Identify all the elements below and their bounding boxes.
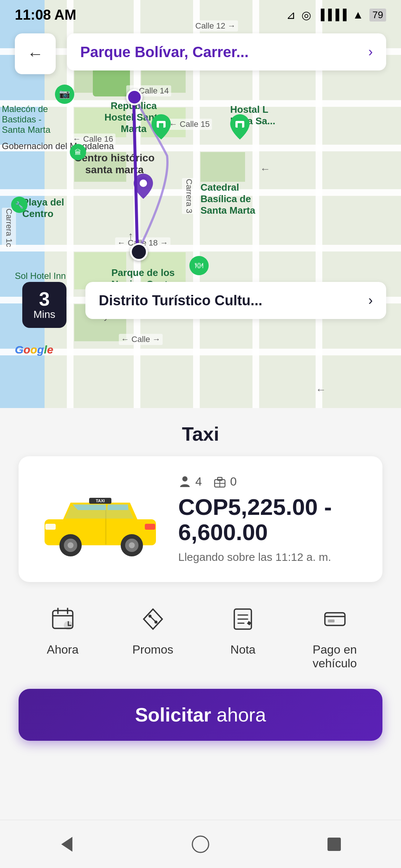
road-h7 [0,349,401,355]
luggage-info: 0 [213,475,237,489]
action-ahora[interactable]: Ahora [44,601,81,670]
origin-pin [126,89,143,105]
alarm-icon: ◎ [301,9,311,22]
ahora-label: Ahora [47,643,78,657]
wifi-icon: ▲ [352,9,363,21]
destination-pin [130,243,148,261]
request-normal-text: ahora [211,704,266,726]
request-button[interactable]: Solicitar ahora [19,689,382,741]
request-text: Solicitar ahora [135,704,266,726]
svg-rect-5 [238,123,242,128]
signal-icon: ▐▐▐▐ [317,9,346,21]
nav-recents-icon [323,833,345,855]
arrow-up: ↑ [128,230,133,242]
taxi-card: TAXI 4 [19,456,382,582]
svg-point-21 [68,542,74,548]
nav-recents-button[interactable] [316,826,353,863]
svg-rect-27 [45,524,56,530]
eta-bubble: 3 Mins [22,282,66,328]
park-area [93,67,130,96]
svg-rect-48 [325,613,345,625]
taxi-info: 4 0 COP5,225.00 - 6,600.00 [178,475,364,563]
green-pin-playa: 🔧 [11,197,27,214]
action-nota[interactable]: Nota [224,601,261,670]
green-pin-hostel2 [230,114,250,141]
arrow-left4: ← [316,384,326,396]
nav-back-button[interactable] [48,826,85,863]
eta-minutes: 3 [33,289,55,309]
map-label-playa: Playa delCentro [22,197,64,220]
block6 [200,152,245,182]
map-label-calle15: ← Calle 15 [167,119,212,130]
svg-rect-3 [159,123,163,128]
seats-count: 4 [195,475,202,489]
action-buttons-row: Ahora Promos [19,601,382,670]
nav-home-icon [189,833,212,855]
bottom-navigation [0,820,401,868]
green-pin-restaurant: 🍽 [189,256,209,277]
nota-icon [224,601,261,638]
map-label-gobernacion: Gobernacion del Magdalena [2,141,114,151]
back-arrow-icon: ← [27,45,43,63]
origin-location-bar[interactable]: Parque Bolívar, Carrer... › [67,33,386,70]
person-icon [178,475,192,489]
ahora-icon [44,601,81,638]
svg-point-52 [192,836,209,852]
map-label-malecon: Malecón de Bastidas - Santa Marta [2,104,61,135]
destination-location-bar[interactable]: Distrito Turístico Cultu... › [85,282,386,319]
status-bar: 11:08 AM ⊿ ◎ ▐▐▐▐ ▲ 79 [0,0,401,30]
bottom-panel: Taxi T [0,408,401,868]
origin-chevron-icon: › [368,44,373,60]
google-logo-display: Google [15,343,53,356]
map-label-centro: Centro históricosanta marta [74,152,154,176]
promos-label: Promos [132,643,173,657]
svg-text:🔧: 🔧 [15,201,24,209]
map-label-catedral: Catedral Basílica de Santa Marta [200,182,275,216]
status-icons: ⊿ ◎ ▐▐▐▐ ▲ 79 [286,9,386,22]
taxi-price: COP5,225.00 - 6,600.00 [178,494,364,545]
battery-icon: 79 [369,9,386,22]
map-label-calleoo: ← Calle → [119,334,163,345]
svg-point-24 [129,542,135,548]
promos-icon [134,601,172,638]
svg-rect-53 [327,838,341,851]
map-area: Calle 12 → ← Calle 14 ← Calle 15 ← Calle… [0,0,401,408]
green-pin-gov: 🏛 [70,144,86,162]
arrival-time: Llegando sobre las 11:12 a. m. [178,551,364,563]
svg-point-29 [182,476,188,481]
nav-back-icon [56,833,78,855]
luggage-icon [213,475,226,489]
nav-home-button[interactable] [182,826,219,863]
green-pin-hostel [151,114,171,141]
pago-label: Pago envehículo [313,643,357,670]
back-button[interactable]: ← [15,33,56,74]
map-label-sol-hotel: Sol Hotel Inn [15,271,66,281]
svg-point-42 [149,615,151,618]
svg-text:🏛: 🏛 [75,148,81,156]
green-pin-camera: 📷 [55,85,74,105]
price-max: 6,600.00 [178,519,268,545]
location-marker [134,174,153,200]
price-min: COP5,225.00 [178,494,318,520]
arrow-left2: ← [260,163,270,175]
svg-text:📷: 📷 [59,88,70,99]
price-separator: - [318,494,332,520]
svg-point-43 [154,621,157,624]
action-promos[interactable]: Promos [132,601,173,670]
svg-text:TAXI: TAXI [96,499,105,503]
taxi-image: TAXI [37,482,163,556]
status-time: 11:08 AM [15,7,76,23]
map-label-carrera3: Carrera 3 [182,178,196,214]
eta-label: Mins [33,309,55,320]
svg-marker-51 [61,837,72,852]
road-h5 [0,245,401,251]
luggage-count: 0 [230,475,237,489]
pago-icon [316,601,353,638]
nota-label: Nota [231,643,256,657]
action-pago[interactable]: Pago envehículo [313,601,357,670]
svg-rect-28 [145,524,155,530]
seats-info: 4 [178,475,202,489]
vehicle-type-title: Taxi [182,423,219,445]
request-bold-text: Solicitar [135,704,211,726]
destination-chevron-icon: › [368,293,373,308]
